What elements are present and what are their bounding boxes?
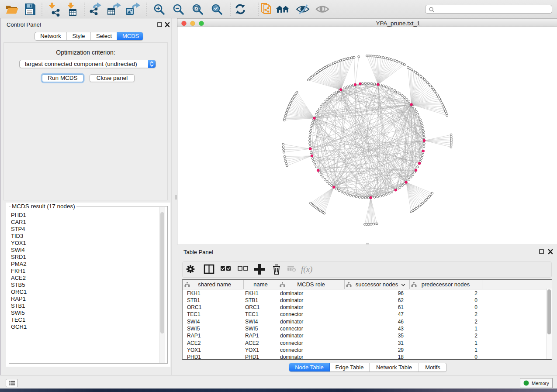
svg-text:f(x): f(x) <box>301 265 312 274</box>
